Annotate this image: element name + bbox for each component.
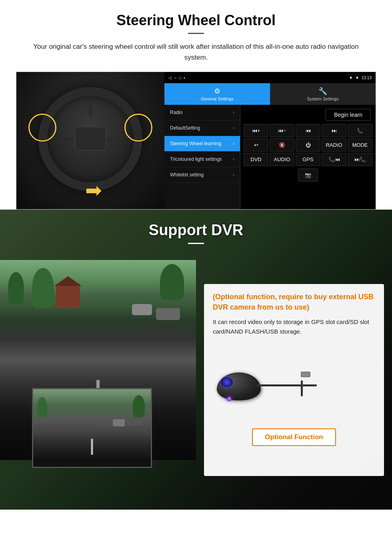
recent-icon[interactable]: □: [179, 76, 181, 80]
android-tabs: ⚙ General Settings 🔧 System Settings: [164, 83, 376, 105]
sw-highlight-right: [124, 114, 152, 142]
menu-item-whitelist[interactable]: Whitelist setting ›: [164, 167, 240, 183]
system-settings-icon: 🔧: [318, 87, 327, 96]
building: [56, 284, 80, 308]
dvr-title: Support DVR: [0, 222, 392, 239]
cable-bend: [301, 380, 303, 396]
menu-item-steering-wheel[interactable]: Steering Wheel learning ›: [164, 136, 240, 152]
thumb-road-line: [91, 439, 93, 455]
radio-btn[interactable]: RADIO: [322, 138, 346, 152]
general-settings-icon: ⚙: [214, 87, 220, 96]
arrow-icon: ➡: [85, 179, 102, 202]
menu-tricoloured-label: Tricoloured light settings: [170, 156, 222, 162]
car-right: [156, 308, 180, 320]
screenshot-container: ➡ ◁ ○ □ ▪ ▼ ▼ 13:13: [16, 72, 376, 210]
roof: [54, 276, 82, 286]
audio-btn[interactable]: AUDIO: [270, 153, 294, 166]
mute-btn[interactable]: 🔇: [270, 138, 294, 152]
sw-spoke-left: [58, 138, 74, 141]
android-statusbar: ◁ ○ □ ▪ ▼ ▼ 13:13: [164, 72, 376, 83]
dvr-thumbnail: [32, 388, 152, 468]
thumb-road-scene: [33, 389, 151, 467]
camera-device: [217, 356, 321, 420]
thumb-car: [127, 417, 143, 425]
phone-next-btn[interactable]: ⏭📞: [348, 153, 372, 166]
menu-radio-label: Radio: [170, 110, 182, 115]
sw-hub: [74, 126, 106, 150]
steering-description: Your original car's steering wheel contr…: [24, 41, 368, 63]
menu-item-radio[interactable]: Radio ›: [164, 105, 240, 120]
phone-btn[interactable]: 📞: [348, 124, 372, 137]
home-icon[interactable]: ○: [174, 76, 176, 80]
camera-lens: [221, 377, 233, 387]
camera-light: [227, 396, 232, 401]
menu-whitelist-label: Whitelist setting: [170, 172, 204, 178]
extra-btn[interactable]: 📷: [298, 168, 318, 182]
vol-down-btn[interactable]: ⏮−: [270, 124, 294, 137]
statusbar-status-icons: ▼ ▼ 13:13: [349, 76, 372, 80]
dvr-title-area: Support DVR: [0, 210, 392, 252]
chevron-icon-3: ›: [233, 156, 234, 162]
dvr-content: Support DVR: [0, 210, 392, 492]
power-btn[interactable]: ⏻: [296, 138, 320, 152]
gps-btn[interactable]: GPS: [296, 153, 320, 166]
tree-left-2: [32, 268, 54, 308]
page-title: Steering Wheel Control: [16, 12, 376, 29]
back-call-btn[interactable]: ↩: [244, 138, 268, 152]
vol-up-btn[interactable]: ⏮+: [244, 124, 268, 137]
next-btn[interactable]: ⏭: [322, 124, 346, 137]
menu-icon[interactable]: ▪: [184, 76, 185, 80]
steering-wheel-ring: [38, 87, 142, 191]
menu-item-tricoloured[interactable]: Tricoloured light settings ›: [164, 152, 240, 167]
android-content-area: Radio › DefaultSetting › Steering Wheel …: [164, 105, 376, 209]
tab-general-settings[interactable]: ⚙ General Settings: [164, 83, 270, 105]
dvr-camera-image: [213, 344, 375, 424]
steering-control-panel: Begin learn ⏮+ ⏮− ⏮ ⏭ 📞 ↩ 🔇 ⏻ RADIO MODE…: [240, 105, 376, 209]
tree-right: [160, 264, 184, 300]
begin-learn-row: Begin learn: [242, 106, 374, 123]
menu-defaultsetting-label: DefaultSetting: [170, 125, 200, 131]
dvr-title-divider: [188, 243, 204, 244]
dvr-left-panel: [0, 260, 196, 492]
settings-menu: Radio › DefaultSetting › Steering Wheel …: [164, 105, 240, 209]
menu-steering-label: Steering Wheel learning: [170, 141, 221, 146]
dvr-section: Support DVR: [0, 210, 392, 510]
wifi-icon: ▼: [355, 76, 359, 80]
signal-icon: ▼: [349, 76, 353, 80]
back-icon[interactable]: ◁: [168, 76, 172, 80]
dvr-description: It can record video only to storage in G…: [213, 317, 375, 336]
android-ui-panel: ◁ ○ □ ▪ ▼ ▼ 13:13 ⚙ General Settings: [164, 72, 376, 209]
dvr-optional-warning: (Optional function, require to buy exter…: [213, 292, 375, 312]
tab-system-label: System Settings: [307, 96, 338, 101]
usb-plug: [301, 372, 310, 377]
chevron-icon: ›: [233, 110, 234, 115]
sw-spoke-right: [107, 138, 123, 141]
statusbar-nav-icons: ◁ ○ □ ▪: [168, 76, 185, 80]
usb-cable: [257, 384, 317, 386]
optional-function-button[interactable]: Optional Function: [252, 428, 336, 446]
sw-highlight-left: [28, 114, 56, 142]
chevron-icon-2: ›: [233, 125, 234, 131]
chevron-icon-4: ›: [233, 172, 234, 178]
dvd-btn[interactable]: DVD: [244, 153, 268, 166]
phone-prev-btn[interactable]: 📞⏮: [322, 153, 346, 166]
dvr-info-card: (Optional function, require to buy exter…: [204, 284, 384, 476]
tab-system-settings[interactable]: 🔧 System Settings: [270, 83, 376, 105]
steering-wheel-photo: ➡: [16, 72, 164, 210]
mode-btn[interactable]: MODE: [348, 138, 372, 152]
steering-section: Steering Wheel Control Your original car…: [0, 0, 392, 210]
title-divider: [188, 33, 204, 34]
control-buttons-grid: ⏮+ ⏮− ⏮ ⏭ 📞 ↩ 🔇 ⏻ RADIO MODE DVD AUDIO G…: [242, 123, 374, 167]
sw-spoke-top: [89, 100, 92, 116]
prev-btn[interactable]: ⏮: [296, 124, 320, 137]
begin-learn-button[interactable]: Begin learn: [326, 109, 371, 121]
car-right-2: [132, 304, 152, 315]
menu-item-defaultsetting[interactable]: DefaultSetting ›: [164, 120, 240, 136]
thumb-tree-2: [133, 395, 145, 417]
thumb-tree: [37, 397, 47, 417]
time-display: 13:13: [362, 76, 372, 80]
chevron-icon-active: ›: [233, 141, 234, 146]
tree-left: [8, 272, 24, 304]
dvr-lower-area: (Optional function, require to buy exter…: [0, 252, 392, 492]
steering-wheel-background: ➡: [16, 72, 164, 210]
